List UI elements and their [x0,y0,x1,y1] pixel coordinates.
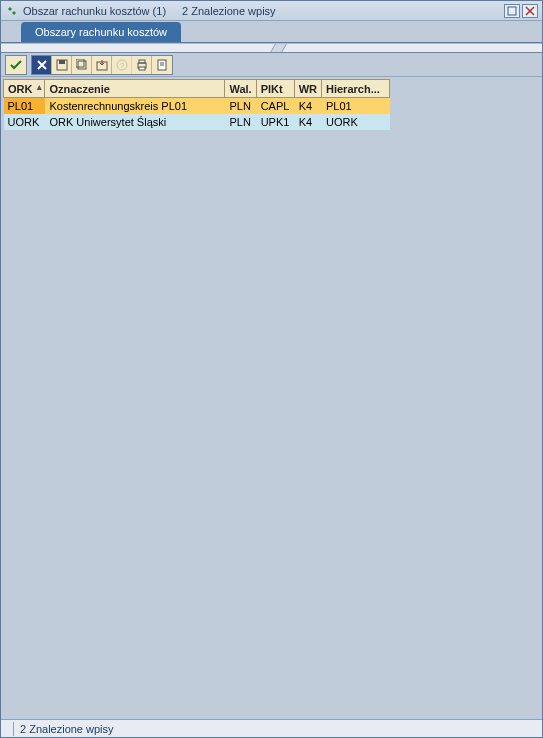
results-table: ORK Oznaczenie Wal. PlKt WR Hierarch... … [3,79,540,130]
cell-plkt: CAPL [256,98,294,114]
close-button[interactable] [522,4,538,18]
col-oznaczenie[interactable]: Oznaczenie [45,80,225,98]
cell-plkt: UPK1 [256,114,294,130]
table-row[interactable]: PL01 Kostenrechnungskreis PL01 PLN CAPL … [4,98,390,114]
col-ork[interactable]: ORK [4,80,45,98]
tab-bar: Obszary rachunku kosztów [1,21,542,43]
status-bar: 2 Znalezione wpisy [1,719,542,737]
col-hierarch[interactable]: Hierarch... [322,80,390,98]
titlebar: Obszar rachunku kosztów (1) 2 Znalezione… [1,1,542,21]
cell-ork: PL01 [4,98,45,114]
ruler-strip [1,43,542,53]
col-wal[interactable]: Wal. [225,80,256,98]
cell-oznaczenie: ORK Uniwersytet Śląski [45,114,225,130]
svg-rect-3 [78,61,86,69]
cell-hier: PL01 [322,98,390,114]
svg-rect-0 [508,7,516,15]
cell-wal: PLN [225,114,256,130]
document-icon[interactable] [152,56,172,74]
cell-wr: K4 [294,114,321,130]
content-area: ORK Oznaczenie Wal. PlKt WR Hierarch... … [1,77,542,719]
cancel-button[interactable] [32,56,52,74]
status-divider [13,722,14,736]
table-header-row: ORK Oznaczenie Wal. PlKt WR Hierarch... [4,80,390,98]
confirm-button[interactable] [6,56,26,74]
svg-rect-9 [139,60,145,63]
col-plkt[interactable]: PlKt [256,80,294,98]
export-icon[interactable] [92,56,112,74]
help-icon: ? [112,56,132,74]
status-text: 2 Znalezione wpisy [20,723,114,735]
window-icon [5,4,19,18]
svg-text:?: ? [119,61,124,70]
tab-controlling-areas[interactable]: Obszary rachunku kosztów [21,22,181,42]
toolbar: ? [1,53,542,77]
save-all-icon[interactable] [72,56,92,74]
print-icon[interactable] [132,56,152,74]
svg-rect-10 [139,67,145,70]
cell-oznaczenie: Kostenrechnungskreis PL01 [45,98,225,114]
save-icon[interactable] [52,56,72,74]
col-wr[interactable]: WR [294,80,321,98]
cell-ork: UORK [4,114,45,130]
window-subtitle: 2 Znalezione wpisy [182,5,276,17]
svg-rect-2 [59,60,65,64]
cell-hier: UORK [322,114,390,130]
svg-rect-4 [76,59,84,67]
cell-wr: K4 [294,98,321,114]
cell-wal: PLN [225,98,256,114]
table-row[interactable]: UORK ORK Uniwersytet Śląski PLN UPK1 K4 … [4,114,390,130]
window-title: Obszar rachunku kosztów (1) [23,5,166,17]
minimize-button[interactable] [504,4,520,18]
